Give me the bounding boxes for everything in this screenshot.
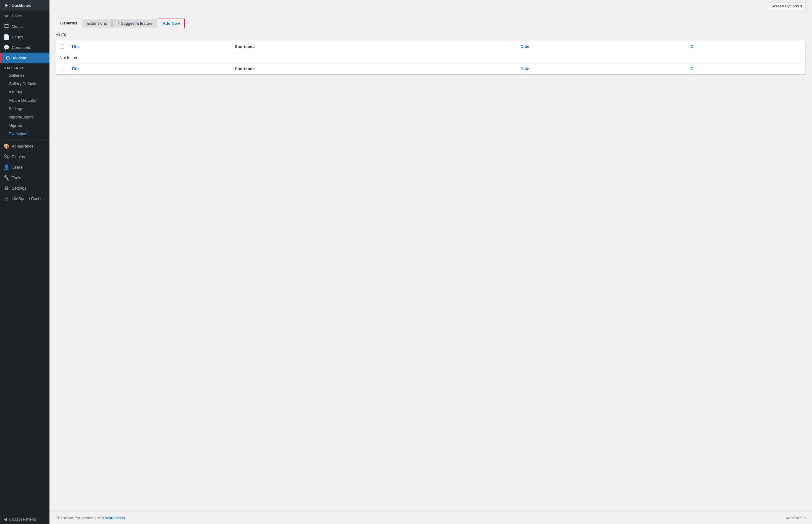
comments-icon: 💬 [4, 45, 9, 50]
tab-galleries[interactable]: Galleries [56, 19, 82, 28]
settings-icon: ⚙ [4, 185, 9, 191]
submenu-item-import-export[interactable]: Import/Export [0, 113, 49, 121]
modula-icon: ⚙ [5, 55, 11, 61]
submenu-item-album-defaults[interactable]: Album Defaults [0, 96, 49, 104]
table-footer-date[interactable]: Date [517, 63, 686, 75]
page-content: Galleries Extensions ↗ Suggest a feature… [49, 12, 812, 512]
not-found-message: Not found [56, 52, 806, 63]
page-footer: Thank you for creating with WordPress . … [49, 512, 812, 524]
users-icon: 👤 [4, 164, 9, 170]
select-all-checkbox[interactable] [60, 45, 64, 49]
sidebar-item-pages[interactable]: 📄 Pages [0, 32, 49, 42]
select-all-footer-checkbox[interactable] [60, 67, 64, 71]
plugins-icon: 🔌 [4, 154, 9, 159]
collapse-icon: ◀ [4, 517, 7, 522]
screen-options-arrow-icon: ▾ [800, 4, 802, 9]
table-header-date[interactable]: Date [517, 41, 686, 52]
table-footer-row: Title Shortcode Date ID [56, 63, 806, 75]
table-footer-checkbox [56, 63, 68, 75]
table-row-not-found: Not found [56, 52, 806, 63]
sidebar-item-plugins[interactable]: 🔌 Plugins [0, 151, 49, 162]
wordpress-link[interactable]: WordPress [105, 515, 125, 520]
sidebar-divider [0, 139, 49, 140]
table-header-id[interactable]: ID [686, 41, 806, 52]
sidebar-item-appearance[interactable]: 🎨 Appearance [0, 141, 49, 151]
tab-add-new[interactable]: Add New [158, 19, 185, 28]
tools-icon: 🔧 [4, 175, 9, 180]
table-footer-id[interactable]: ID [686, 63, 806, 75]
table-footer-title[interactable]: Title [68, 63, 231, 75]
external-link-icon: ↗ [117, 21, 120, 26]
tab-extensions[interactable]: Extensions [83, 19, 112, 28]
sidebar-item-settings[interactable]: ⚙ Settings [0, 183, 49, 193]
submenu-item-migrate[interactable]: Migrate [0, 121, 49, 130]
galleries-section-label: Galleries [0, 63, 49, 71]
tabs-row: Galleries Extensions ↗ Suggest a feature… [56, 19, 806, 28]
sidebar-item-comments[interactable]: 💬 Comments [0, 42, 49, 53]
galleries-table: Title Shortcode Date ID [56, 41, 806, 75]
dashboard-icon: ⊞ [4, 2, 9, 8]
footer-thank-you: Thank you for creating with WordPress . [56, 515, 127, 520]
sidebar: ⊞ Dashboard ✏ Posts 🖼 Media 📄 Pages 💬 Co… [0, 0, 49, 524]
screen-options-button[interactable]: Screen Options ▾ [768, 2, 806, 10]
submenu-item-settings[interactable]: Settings [0, 104, 49, 113]
sidebar-item-tools[interactable]: 🔧 Tools [0, 172, 49, 183]
sidebar-item-users[interactable]: 👤 Users [0, 162, 49, 172]
sidebar-item-media[interactable]: 🖼 Media [0, 21, 49, 32]
sidebar-item-litespeed-cache[interactable]: ◇ LiteSpeed Cache [0, 193, 49, 204]
appearance-icon: 🎨 [4, 143, 9, 149]
sidebar-item-modula[interactable]: ⚙ Modula [0, 53, 49, 63]
main-content: Screen Options ▾ Galleries Extensions ↗ … [49, 0, 812, 524]
litespeed-icon: ◇ [4, 196, 9, 201]
footer-version: Version 5.6 [786, 515, 806, 520]
modula-submenu: Galleries Galleries Gallery Defaults Alb… [0, 63, 49, 138]
pages-icon: 📄 [4, 34, 9, 39]
table-header-title[interactable]: Title [68, 41, 231, 52]
table-header-checkbox [56, 41, 68, 52]
submenu-item-gallery-defaults[interactable]: Gallery Defaults [0, 80, 49, 88]
submenu-item-extensions[interactable]: Extensions [0, 130, 49, 138]
filter-row: All (0) [56, 32, 806, 37]
table-footer-shortcode: Shortcode [231, 63, 517, 75]
collapse-menu-button[interactable]: ◀ Collapse menu [0, 514, 49, 524]
sidebar-item-posts[interactable]: ✏ Posts [0, 11, 49, 21]
submenu-item-albums[interactable]: Albums [0, 88, 49, 96]
submenu-item-galleries[interactable]: Galleries [0, 71, 49, 80]
posts-icon: ✏ [4, 13, 9, 19]
sidebar-item-dashboard[interactable]: ⊞ Dashboard [0, 0, 49, 11]
tab-suggest-feature[interactable]: ↗ Suggest a feature [112, 19, 157, 28]
topbar: Screen Options ▾ [49, 0, 812, 12]
table-header-row: Title Shortcode Date ID [56, 41, 806, 52]
media-icon: 🖼 [4, 23, 9, 29]
table-header-shortcode: Shortcode [231, 41, 517, 52]
